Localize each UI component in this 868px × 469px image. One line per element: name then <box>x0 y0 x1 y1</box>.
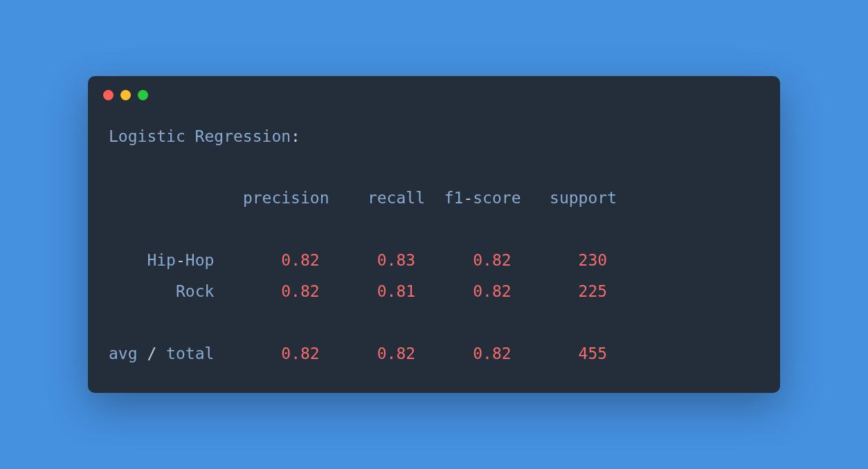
row-label: Hip <box>147 251 176 269</box>
close-icon[interactable] <box>103 90 114 100</box>
header-f1: f1 <box>444 189 464 207</box>
cell-support: 225 <box>579 282 608 300</box>
cell-f1: 0.82 <box>473 251 511 269</box>
header-support: support <box>550 189 617 207</box>
terminal-output: Logistic Regression: precision recall f1… <box>88 114 780 394</box>
header-dash: - <box>463 189 473 207</box>
window-titlebar <box>88 76 780 114</box>
row-label: Rock <box>176 282 214 300</box>
summary-total: total <box>166 344 214 362</box>
cell-recall: 0.83 <box>377 251 415 269</box>
row-label: Hop <box>186 251 215 269</box>
cell-recall: 0.81 <box>377 282 415 300</box>
summary-precision: 0.82 <box>281 344 319 362</box>
title-text: Logistic Regression <box>109 127 291 145</box>
header-recall: recall <box>368 189 425 207</box>
header-score: score <box>473 189 521 207</box>
cell-support: 230 <box>579 251 608 269</box>
cell-precision: 0.82 <box>281 251 319 269</box>
header-precision: precision <box>243 189 329 207</box>
summary-f1: 0.82 <box>473 344 511 362</box>
maximize-icon[interactable] <box>138 90 148 100</box>
title-colon: : <box>291 127 300 145</box>
summary-recall: 0.82 <box>377 344 415 362</box>
cell-f1: 0.82 <box>473 282 511 300</box>
minimize-icon[interactable] <box>120 90 131 100</box>
summary-avg: avg <box>109 344 138 362</box>
terminal-window: Logistic Regression: precision recall f1… <box>88 76 780 394</box>
row-label-dash: - <box>176 251 186 269</box>
summary-slash: / <box>138 344 167 362</box>
cell-precision: 0.82 <box>281 282 319 300</box>
summary-support: 455 <box>579 344 608 362</box>
